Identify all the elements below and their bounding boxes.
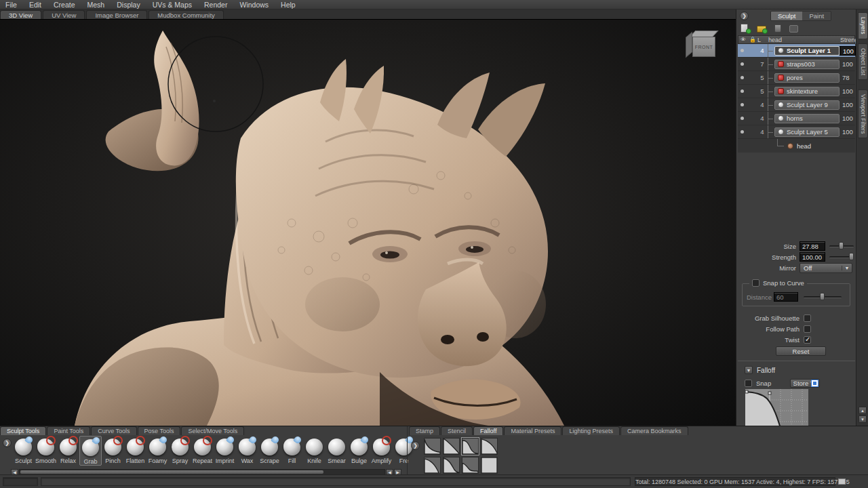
falloff-preset-4[interactable]	[481, 438, 498, 455]
twist-checkbox[interactable]	[804, 336, 811, 344]
tab-pose-tools[interactable]: Pose Tools	[138, 426, 181, 435]
tab-3d-view[interactable]: 3D View	[0, 10, 41, 19]
layer-strength-value[interactable]: 100	[840, 101, 857, 108]
new-layer-icon[interactable]	[741, 24, 751, 33]
layer-visibility-dot[interactable]	[741, 76, 744, 79]
menu-file[interactable]: File	[5, 1, 17, 9]
menu-create[interactable]: Create	[54, 1, 75, 9]
tab-paint-tools[interactable]: Paint Tools	[47, 426, 90, 435]
layer-row-sculpt-layer-9[interactable]: 4 Sculpt Layer 9 100	[738, 98, 855, 112]
menu-display[interactable]: Display	[117, 1, 140, 9]
panel-collapse-button[interactable]: ❯	[740, 12, 749, 20]
falloff-preset-1[interactable]	[424, 438, 441, 455]
strength-slider[interactable]	[829, 256, 854, 258]
tab-paint-layers[interactable]: Paint	[802, 12, 831, 20]
layer-visibility-dot[interactable]	[741, 49, 744, 52]
layer-visibility-dot[interactable]	[741, 89, 744, 93]
tool-grab[interactable]: Grab	[79, 436, 102, 466]
tool-pinch[interactable]: Pinch	[102, 436, 124, 464]
layer-visibility-dot[interactable]	[741, 103, 744, 106]
tool-wax[interactable]: Wax	[236, 436, 258, 464]
tab-camera-bookmarks[interactable]: Camera Bookmarks	[620, 426, 688, 435]
layer-row-horns[interactable]: 4 horns 100	[738, 112, 855, 125]
tool-relax[interactable]: Relax	[57, 436, 79, 464]
falloff-preset-7[interactable]	[462, 457, 479, 474]
falloff-preset-6[interactable]	[443, 457, 460, 474]
layer-strength-value[interactable]: 100	[840, 128, 857, 136]
side-tab-layers[interactable]: Layers	[858, 12, 868, 39]
tab-stamp[interactable]: Stamp	[409, 426, 440, 435]
layer-strength-value[interactable]: 100	[840, 87, 857, 95]
viewport-3d[interactable]: FRONT	[0, 19, 736, 426]
tool-spray[interactable]: Spray	[169, 436, 191, 464]
collapse-triangle-icon[interactable]: ▼	[745, 366, 753, 374]
layer-strength-value[interactable]: 100	[840, 46, 856, 56]
tool-fill[interactable]: Fill	[281, 436, 303, 464]
tab-material-presets[interactable]: Material Presets	[504, 426, 561, 435]
menu-uvs-maps[interactable]: UVs & Maps	[153, 1, 192, 9]
view-cube[interactable]: FRONT	[686, 30, 721, 60]
menu-render[interactable]: Render	[204, 1, 227, 9]
size-value[interactable]: 27.88	[800, 241, 825, 251]
store-falloff-icon[interactable]	[811, 380, 818, 387]
tab-image-browser[interactable]: Image Browser	[86, 10, 147, 19]
menu-windows[interactable]: Windows	[239, 1, 269, 9]
new-folder-icon[interactable]	[757, 24, 767, 33]
layer-row-skintexture[interactable]: 5 skintexture 100	[738, 85, 855, 98]
snap-to-curve-checkbox[interactable]	[752, 279, 760, 287]
tab-sculpt-tools[interactable]: Sculpt Tools	[0, 426, 46, 435]
scroll-down-icon[interactable]: ▼	[859, 415, 867, 423]
view-cube-front-face[interactable]: FRONT	[692, 37, 715, 57]
tool-scrape[interactable]: Scrape	[258, 436, 281, 464]
layer-row-pores[interactable]: 5 pores 78	[738, 71, 855, 85]
layer-visibility-dot[interactable]	[741, 62, 744, 66]
tool-smooth[interactable]: Smooth	[35, 436, 57, 464]
tab-select-move-tools[interactable]: Select/Move Tools	[181, 426, 244, 435]
tool-smear[interactable]: Smear	[326, 436, 348, 464]
tool-flatten[interactable]: Flatten	[124, 436, 146, 464]
menu-mesh[interactable]: Mesh	[87, 1, 105, 9]
tool-knife[interactable]: Knife	[303, 436, 326, 464]
layer-visibility-dot[interactable]	[741, 117, 744, 120]
grab-silhouette-checkbox[interactable]	[804, 314, 811, 322]
tab-curve-tools[interactable]: Curve Tools	[91, 426, 136, 435]
layer-strength-value[interactable]: 100	[840, 115, 857, 122]
visibility-eye-icon[interactable]: 👁	[738, 37, 748, 43]
side-tab-viewport-filters[interactable]: Viewport Filters	[858, 89, 868, 138]
falloff-snap-checkbox[interactable]	[745, 380, 752, 387]
falloff-tray-collapse-button[interactable]: ❯	[411, 441, 420, 450]
tab-falloff[interactable]: Falloff	[473, 426, 503, 435]
display-icon[interactable]	[789, 24, 800, 33]
scroll-up-icon[interactable]: ▲	[859, 407, 867, 414]
layer-row-sculpt-layer-5[interactable]: 4 Sculpt Layer 5 100	[738, 125, 855, 139]
menu-help[interactable]: Help	[281, 1, 296, 9]
delete-layer-icon[interactable]	[773, 24, 783, 33]
layer-strength-value[interactable]: 78	[840, 74, 857, 81]
falloff-preset-8[interactable]	[481, 457, 498, 474]
tab-mudbox-community[interactable]: Mudbox Community	[149, 10, 223, 19]
tool-foamy[interactable]: Foamy	[146, 436, 169, 464]
scrollbar-thumb[interactable]	[20, 470, 323, 474]
view-cube-left-face[interactable]	[686, 32, 692, 58]
mirror-dropdown[interactable]: Off ▼	[800, 263, 852, 273]
layer-row-head-mesh[interactable]: head	[738, 139, 855, 152]
tab-stencil[interactable]: Stencil	[441, 426, 473, 435]
tool-bulge[interactable]: Bulge	[348, 436, 370, 464]
falloff-preset-2[interactable]	[443, 438, 460, 455]
layer-row-straps003[interactable]: 7 straps003 100	[738, 58, 855, 71]
lock-icon[interactable]: 🔒	[748, 37, 757, 43]
strength-value[interactable]: 100.00	[800, 252, 825, 262]
menu-edit[interactable]: Edit	[29, 1, 41, 9]
tool-amplify[interactable]: Amplify	[370, 436, 393, 464]
tray-collapse-button[interactable]: ❯	[3, 439, 12, 447]
reset-button[interactable]: Reset	[776, 346, 826, 356]
tab-uv-view[interactable]: UV View	[43, 10, 85, 19]
tab-lighting-presets[interactable]: Lighting Presets	[562, 426, 620, 435]
side-tab-object-list[interactable]: Object List	[858, 43, 868, 80]
tool-imprint[interactable]: Imprint	[214, 436, 236, 464]
tool-freeze[interactable]: Fre	[393, 436, 415, 464]
follow-path-checkbox[interactable]	[804, 325, 811, 333]
falloff-preset-3-selected[interactable]	[462, 438, 479, 455]
tool-repeat[interactable]: Repeat	[191, 436, 214, 464]
falloff-preset-5[interactable]	[424, 457, 441, 474]
